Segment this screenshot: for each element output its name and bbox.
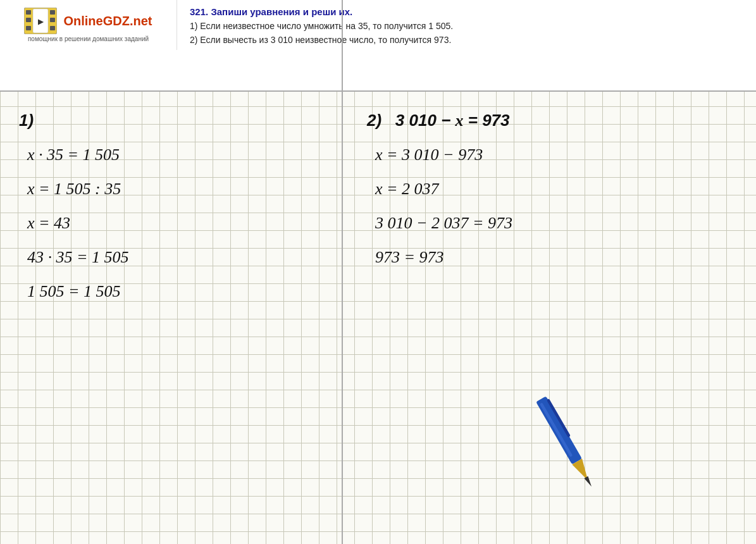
logo-name: OnlineGDZ.net <box>63 14 152 28</box>
page: ▶ OnlineGDZ.net помощник в решении домаш… <box>0 0 756 544</box>
eq-line-1: x · 35 = 1 505 <box>19 145 129 164</box>
content-area: 1) x · 35 = 1 505 x = 1 505 : 35 x = 43 … <box>0 92 756 544</box>
right-column: 2) 3 010 − x = 973 x = 3 010 − 973 x = 2… <box>367 111 512 282</box>
eq-line-2: x = 1 505 : 35 <box>19 180 129 199</box>
right-label: 2) <box>367 111 381 130</box>
logo-section: ▶ OnlineGDZ.net помощник в решении домаш… <box>0 0 177 50</box>
problem-part2-label: 2) <box>190 35 197 45</box>
svg-rect-3 <box>26 26 31 30</box>
svg-rect-6 <box>50 26 55 30</box>
problem-title: 321. Запиши уравнения и реши их. <box>190 6 743 17</box>
svg-rect-4 <box>50 10 55 15</box>
eq-right-line-2: x = 2 037 <box>367 180 512 199</box>
left-column: 1) x · 35 = 1 505 x = 1 505 : 35 x = 43 … <box>19 111 129 316</box>
svg-marker-11 <box>584 476 593 488</box>
problem-part1-text: Если неизвестное число умножить на 35, т… <box>200 21 453 31</box>
problem-section: 321. Запиши уравнения и реши их. 1) Если… <box>177 0 756 53</box>
header-v-separator <box>342 0 343 92</box>
eq-line-3: x = 43 <box>19 214 129 233</box>
logo-box: ▶ OnlineGDZ.net <box>24 8 152 34</box>
logo-subtitle: помощник в решении домашних заданий <box>28 35 149 42</box>
svg-rect-13 <box>540 402 573 457</box>
problem-title-text: Запиши уравнения и реши их. <box>211 6 352 17</box>
problem-number: 321. <box>190 6 208 17</box>
logo-text: OnlineGDZ.net <box>63 14 152 28</box>
logo-online: OnlineGDZ <box>63 14 129 28</box>
svg-rect-5 <box>50 18 55 22</box>
header-area: ▶ OnlineGDZ.net помощник в решении домаш… <box>0 0 756 92</box>
eq-line-5: 1 505 = 1 505 <box>19 282 129 301</box>
vertical-separator <box>342 92 343 544</box>
right-section-label: 2) 3 010 − x = 973 <box>367 111 512 130</box>
svg-rect-1 <box>26 10 31 15</box>
eq-line-4: 43 · 35 = 1 505 <box>19 248 129 267</box>
problem-text: 1) Если неизвестное число умножить на 35… <box>190 20 743 47</box>
eq-right-line-4: 973 = 973 <box>367 248 512 267</box>
eq-right-line-1: x = 3 010 − 973 <box>367 145 512 164</box>
left-section-label: 1) <box>19 111 129 130</box>
svg-rect-2 <box>26 18 31 22</box>
left-label: 1) <box>19 111 34 130</box>
film-icon: ▶ <box>24 8 57 34</box>
problem-part2-text: Если вычесть из 3 010 неизвестное число,… <box>200 35 451 45</box>
problem-part1-label: 1) <box>190 21 197 31</box>
eq-right-line-3: 3 010 − 2 037 = 973 <box>367 214 512 233</box>
pen-icon <box>519 386 613 500</box>
logo-tld: .net <box>130 14 152 28</box>
